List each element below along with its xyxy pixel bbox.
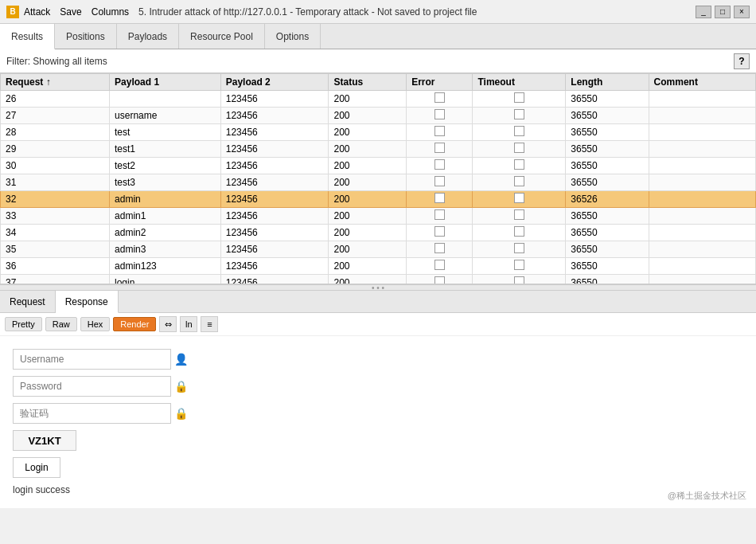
cell-0: 33 bbox=[1, 208, 110, 225]
word-wrap-button[interactable]: ⇔ bbox=[159, 316, 177, 332]
error-checkbox[interactable] bbox=[435, 109, 445, 119]
col-header-payload2[interactable]: Payload 2 bbox=[220, 74, 329, 91]
table-row[interactable]: 35admin312345620036550 bbox=[1, 241, 756, 258]
table-row[interactable]: 28test12345620036550 bbox=[1, 124, 756, 141]
timeout-checkbox[interactable] bbox=[514, 109, 524, 119]
error-checkbox[interactable] bbox=[435, 209, 445, 220]
cell-0: 30 bbox=[1, 158, 110, 174]
error-checkbox[interactable] bbox=[435, 92, 445, 103]
timeout-cell bbox=[473, 275, 566, 285]
maximize-button[interactable]: □ bbox=[715, 6, 731, 18]
timeout-checkbox[interactable] bbox=[514, 92, 524, 103]
login-form: 👤 🔒 🔒 VZ1KT Login login success bbox=[13, 349, 188, 495]
format-pretty[interactable]: Pretty bbox=[5, 317, 42, 331]
tab-resource-pool[interactable]: Resource Pool bbox=[179, 24, 265, 49]
error-checkbox[interactable] bbox=[435, 126, 445, 136]
col-header-length[interactable]: Length bbox=[566, 74, 649, 91]
timeout-checkbox[interactable] bbox=[514, 276, 524, 284]
timeout-checkbox[interactable] bbox=[514, 209, 524, 220]
error-checkbox[interactable] bbox=[435, 276, 445, 284]
cell-3: 200 bbox=[329, 225, 407, 241]
timeout-checkbox[interactable] bbox=[514, 126, 524, 136]
cell-0: 29 bbox=[1, 141, 110, 158]
error-checkbox[interactable] bbox=[435, 243, 445, 253]
table-row[interactable]: 34admin212345620036550 bbox=[1, 225, 756, 241]
cell-2: 123456 bbox=[220, 108, 329, 124]
tab-request[interactable]: Request bbox=[0, 291, 56, 312]
timeout-checkbox[interactable] bbox=[514, 226, 524, 237]
timeout-checkbox[interactable] bbox=[514, 176, 524, 186]
col-header-payload1[interactable]: Payload 1 bbox=[110, 74, 221, 91]
menu-columns[interactable]: Columns bbox=[92, 6, 129, 18]
col-header-comment[interactable]: Comment bbox=[649, 74, 755, 91]
tab-positions[interactable]: Positions bbox=[55, 24, 117, 49]
tab-results[interactable]: Results bbox=[0, 24, 55, 49]
close-button[interactable]: × bbox=[734, 6, 750, 18]
cell-6: 36550 bbox=[566, 174, 649, 191]
timeout-cell bbox=[473, 141, 566, 158]
ln-button[interactable]: ln bbox=[180, 316, 197, 332]
error-cell bbox=[407, 241, 473, 258]
table-row[interactable]: 32admin12345620036526 bbox=[1, 191, 756, 208]
cell-7 bbox=[649, 191, 755, 208]
minimize-button[interactable]: _ bbox=[696, 6, 711, 18]
menu-button[interactable]: ≡ bbox=[201, 316, 218, 332]
cell-3: 200 bbox=[329, 158, 407, 174]
menu-save[interactable]: Save bbox=[60, 6, 81, 18]
error-checkbox[interactable] bbox=[435, 176, 445, 186]
tab-payloads[interactable]: Payloads bbox=[117, 24, 179, 49]
cell-6: 36550 bbox=[566, 141, 649, 158]
username-input[interactable] bbox=[13, 349, 171, 370]
error-checkbox[interactable] bbox=[435, 143, 445, 153]
error-cell bbox=[407, 191, 473, 208]
timeout-checkbox[interactable] bbox=[514, 260, 524, 270]
col-header-request[interactable]: Request ↑ bbox=[1, 74, 110, 91]
table-row[interactable]: 31test312345620036550 bbox=[1, 174, 756, 191]
cell-6: 36550 bbox=[566, 258, 649, 275]
timeout-cell bbox=[473, 174, 566, 191]
captcha-display[interactable]: VZ1KT bbox=[13, 430, 76, 451]
error-checkbox[interactable] bbox=[435, 226, 445, 237]
cell-0: 36 bbox=[1, 258, 110, 275]
format-render[interactable]: Render bbox=[113, 317, 156, 331]
timeout-checkbox[interactable] bbox=[514, 143, 524, 153]
format-hex[interactable]: Hex bbox=[80, 317, 111, 331]
tab-response[interactable]: Response bbox=[56, 291, 119, 313]
cell-1: admin1 bbox=[110, 208, 221, 225]
cell-2: 123456 bbox=[220, 141, 329, 158]
timeout-checkbox[interactable] bbox=[514, 159, 524, 170]
error-checkbox[interactable] bbox=[435, 193, 445, 203]
login-button[interactable]: Login bbox=[13, 457, 60, 478]
table-row[interactable]: 29test112345620036550 bbox=[1, 141, 756, 158]
format-raw[interactable]: Raw bbox=[45, 317, 77, 331]
cell-6: 36550 bbox=[566, 225, 649, 241]
error-checkbox[interactable] bbox=[435, 159, 445, 170]
cell-2: 123456 bbox=[220, 241, 329, 258]
table-row[interactable]: 33admin112345620036550 bbox=[1, 208, 756, 225]
menu-attack[interactable]: Attack bbox=[24, 6, 50, 18]
results-table-container: Request ↑ Payload 1 Payload 2 Status Err… bbox=[0, 73, 756, 284]
error-checkbox[interactable] bbox=[435, 260, 445, 270]
col-header-error[interactable]: Error bbox=[407, 74, 473, 91]
table-row[interactable]: 30test212345620036550 bbox=[1, 158, 756, 174]
table-row[interactable]: 27username12345620036550 bbox=[1, 108, 756, 124]
cell-7 bbox=[649, 108, 755, 124]
cell-6: 36550 bbox=[566, 158, 649, 174]
help-button[interactable]: ? bbox=[734, 53, 750, 69]
timeout-cell bbox=[473, 124, 566, 141]
error-cell bbox=[407, 225, 473, 241]
drag-handle[interactable]: • • • bbox=[0, 284, 756, 291]
cell-2: 123456 bbox=[220, 258, 329, 275]
tab-options[interactable]: Options bbox=[265, 24, 321, 49]
table-row[interactable]: 36admin12312345620036550 bbox=[1, 258, 756, 275]
username-group: 👤 bbox=[13, 349, 188, 370]
timeout-checkbox[interactable] bbox=[514, 193, 524, 203]
col-header-status[interactable]: Status bbox=[329, 74, 407, 91]
captcha-input[interactable] bbox=[13, 403, 171, 424]
table-row[interactable]: 2612345620036550 bbox=[1, 91, 756, 108]
timeout-cell bbox=[473, 258, 566, 275]
timeout-checkbox[interactable] bbox=[514, 243, 524, 253]
password-input[interactable] bbox=[13, 376, 171, 397]
col-header-timeout[interactable]: Timeout bbox=[473, 74, 566, 91]
error-cell bbox=[407, 258, 473, 275]
